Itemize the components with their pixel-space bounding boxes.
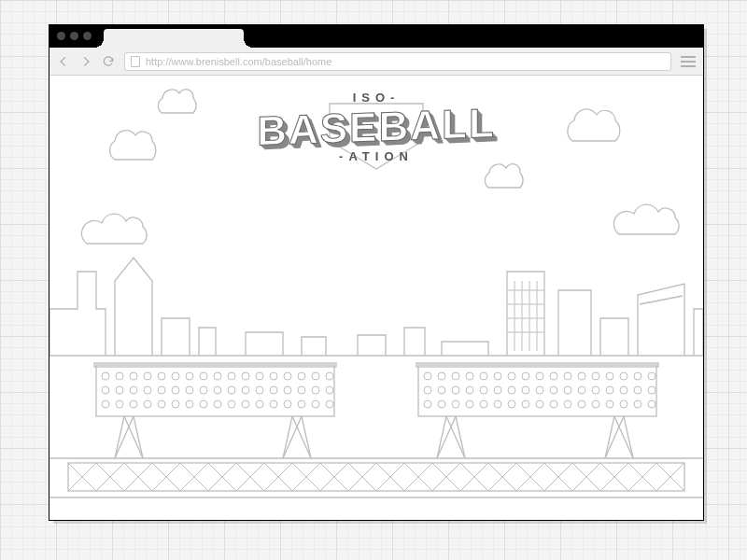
svg-point-29 (102, 386, 109, 394)
svg-point-121 (620, 400, 627, 408)
svg-point-46 (102, 400, 109, 408)
svg-point-119 (592, 400, 599, 408)
svg-line-125 (456, 416, 465, 458)
svg-point-101 (578, 386, 585, 394)
svg-point-103 (606, 386, 613, 394)
svg-point-12 (102, 372, 109, 380)
svg-point-56 (242, 400, 249, 408)
svg-point-49 (144, 400, 151, 408)
svg-point-48 (130, 400, 137, 408)
svg-point-13 (116, 372, 123, 380)
svg-point-31 (130, 386, 137, 394)
svg-line-66 (115, 416, 134, 458)
svg-point-21 (228, 372, 235, 380)
svg-point-19 (200, 372, 207, 380)
svg-point-51 (172, 400, 179, 408)
svg-line-131 (605, 416, 624, 458)
svg-point-59 (284, 400, 291, 408)
url-text: http://www.brenisbell.com/baseball/home (146, 56, 331, 67)
svg-point-83 (564, 372, 571, 380)
svg-point-93 (466, 386, 473, 394)
svg-point-104 (620, 386, 627, 394)
svg-point-54 (214, 400, 221, 408)
svg-point-112 (494, 400, 501, 408)
svg-point-88 (634, 372, 641, 380)
svg-point-106 (648, 386, 655, 394)
svg-point-96 (508, 386, 515, 394)
hamburger-menu-icon[interactable] (681, 56, 696, 67)
window-zoom-icon[interactable] (83, 32, 92, 40)
svg-point-87 (620, 372, 627, 380)
svg-point-113 (508, 400, 515, 408)
svg-point-24 (270, 372, 277, 380)
svg-point-58 (270, 400, 277, 408)
svg-line-65 (124, 416, 143, 458)
svg-point-114 (522, 400, 529, 408)
svg-point-85 (592, 372, 599, 380)
svg-point-91 (438, 386, 445, 394)
svg-point-33 (158, 386, 165, 394)
svg-point-76 (466, 372, 473, 380)
window-minimize-icon[interactable] (70, 32, 78, 40)
svg-point-110 (466, 400, 473, 408)
logo-main-text: BASEBALL (257, 103, 496, 152)
svg-point-14 (130, 372, 137, 380)
browser-toolbar: http://www.brenisbell.com/baseball/home (49, 48, 703, 76)
window-close-icon[interactable] (57, 32, 65, 40)
nav-button-group (57, 55, 115, 68)
svg-point-123 (648, 400, 655, 408)
svg-point-77 (480, 372, 487, 380)
svg-point-57 (256, 400, 263, 408)
svg-line-64 (134, 416, 143, 458)
svg-line-8 (640, 296, 683, 304)
svg-point-98 (536, 386, 543, 394)
page-logo: ISO- BASEBALL -ATION (257, 91, 496, 163)
url-bar[interactable]: http://www.brenisbell.com/baseball/home (124, 52, 671, 71)
svg-point-89 (648, 372, 655, 380)
svg-point-81 (536, 372, 543, 380)
svg-point-26 (298, 372, 305, 380)
svg-line-68 (302, 416, 311, 458)
svg-point-82 (550, 372, 557, 380)
svg-line-129 (624, 416, 633, 458)
svg-line-126 (446, 416, 465, 458)
svg-point-86 (606, 372, 613, 380)
svg-point-102 (592, 386, 599, 394)
svg-point-44 (312, 386, 319, 394)
svg-point-118 (578, 400, 585, 408)
svg-point-53 (200, 400, 207, 408)
svg-point-111 (480, 400, 487, 408)
svg-line-67 (283, 416, 292, 458)
svg-point-107 (424, 400, 431, 408)
svg-point-34 (172, 386, 179, 394)
svg-point-32 (144, 386, 151, 394)
svg-line-63 (115, 416, 124, 458)
svg-point-94 (480, 386, 487, 394)
svg-point-109 (452, 400, 459, 408)
page-viewport: ISO- BASEBALL -ATION (49, 76, 703, 520)
svg-point-22 (242, 372, 249, 380)
svg-point-27 (312, 372, 319, 380)
svg-line-130 (614, 416, 633, 458)
svg-point-18 (186, 372, 193, 380)
svg-point-28 (326, 372, 333, 380)
browser-mockup: http://www.brenisbell.com/baseball/home (49, 25, 703, 520)
window-controls (57, 32, 92, 40)
svg-point-120 (606, 400, 613, 408)
forward-button[interactable] (79, 55, 92, 68)
svg-point-99 (550, 386, 557, 394)
back-button[interactable] (57, 55, 70, 68)
svg-point-75 (452, 372, 459, 380)
svg-point-35 (186, 386, 193, 394)
svg-point-97 (522, 386, 529, 394)
svg-point-23 (256, 372, 263, 380)
svg-line-69 (292, 416, 311, 458)
browser-tab[interactable] (104, 29, 244, 48)
reload-button[interactable] (102, 55, 115, 68)
svg-point-36 (200, 386, 207, 394)
svg-point-108 (438, 400, 445, 408)
svg-point-115 (536, 400, 543, 408)
svg-point-52 (186, 400, 193, 408)
svg-point-40 (256, 386, 263, 394)
svg-point-105 (634, 386, 641, 394)
